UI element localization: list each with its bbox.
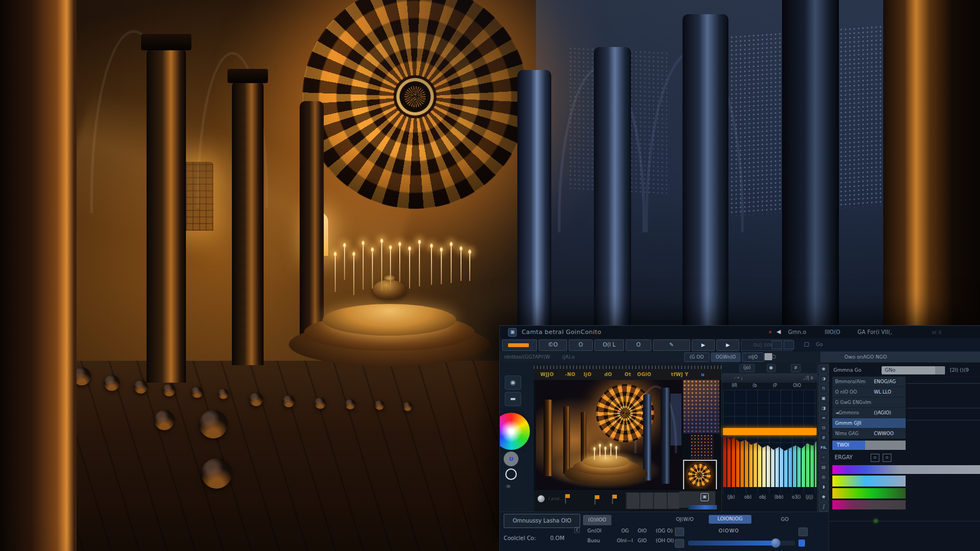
orb-thumbnail[interactable] (683, 460, 717, 491)
lut-section-label: ERGAY (835, 454, 853, 460)
tab-swatch[interactable] (765, 353, 772, 360)
camera-icon[interactable]: ◉ (505, 376, 521, 390)
menu-item[interactable]: Gmn.o (788, 329, 806, 335)
gradient-bar-magenta[interactable] (832, 500, 906, 509)
circle-icon[interactable]: ○ (772, 354, 776, 359)
timeline-strip[interactable]: l and.. ▣ (534, 489, 721, 512)
lut-option-box[interactable]: ▫ (871, 454, 879, 462)
lut-option-box[interactable]: ▫ (883, 454, 891, 462)
bottom-left-button[interactable]: Omnuussy Lasha OlO (504, 514, 580, 528)
link-icon[interactable]: ∞ (506, 483, 511, 490)
play-button[interactable]: ▶ (716, 339, 739, 351)
toolbar-button[interactable]: O (569, 339, 593, 351)
marker-flag-icon[interactable] (612, 495, 613, 504)
progress-slider[interactable]: TWOl (832, 441, 906, 450)
clip-thumbnails[interactable] (626, 493, 679, 509)
ghost-button[interactable] (784, 341, 794, 349)
view-tab[interactable]: nljO (742, 353, 764, 362)
property-row[interactable]: Bmmoro/Alm ENOG/AG (832, 377, 906, 387)
divider (907, 408, 980, 408)
mode-suffix: GO (781, 517, 789, 522)
color-fill-button[interactable] (502, 339, 537, 351)
color-wheel[interactable] (500, 413, 530, 450)
property-row[interactable]: ◄Gmmnro ()AGIO) (832, 408, 906, 418)
readout-cell: Buou (587, 538, 600, 543)
menu-item[interactable]: IIIO(O (825, 329, 841, 335)
readout-grid: Gn(Ol OG OlO (OG O) Buou Olnl—l GlO (OH … (583, 527, 679, 549)
tool-icon[interactable]: ø (819, 433, 829, 443)
bottom-mid-button[interactable]: (O)llOO (583, 515, 611, 525)
scope-mode-button[interactable]: (jo) (739, 364, 755, 372)
playhead-ball-icon[interactable] (538, 495, 545, 502)
preview-image[interactable] (536, 380, 681, 489)
ghost-button[interactable] (772, 341, 782, 349)
save-icon[interactable]: ▣ (701, 493, 709, 501)
tool-icon-strip: ◉ ◑ n ▣ ◨ ≡ ⊡ ø FIL – ▤ ◎ ◗ ◆ ∫ (817, 362, 829, 512)
preset-dropdown[interactable]: GNo (882, 366, 945, 374)
play-button[interactable]: ▶ (692, 339, 715, 351)
scope-dot-button[interactable]: ● (767, 364, 775, 372)
marker-flag-icon[interactable] (565, 494, 566, 503)
option-icon[interactable] (798, 527, 808, 536)
viewer-label-row: WJJO -NO IjO dO Ot OGlO tfWJ Y u (534, 369, 721, 380)
menu-item[interactable]: GA For(i VII(, (858, 329, 892, 335)
gradient-bar-green[interactable] (832, 488, 906, 499)
value-slider[interactable] (688, 541, 795, 546)
option-icon[interactable] (675, 527, 684, 536)
title-bar-hint: o( i( (932, 330, 942, 335)
texture-inset[interactable] (682, 380, 719, 433)
property-row[interactable]: Nlms GAG CWWOO (832, 429, 906, 439)
option-icon[interactable] (675, 539, 684, 548)
tool-icon[interactable]: ◑ (819, 374, 829, 384)
tool-icon-fil[interactable]: FIL (819, 443, 829, 453)
texture-inset-small[interactable] (691, 435, 714, 459)
property-row[interactable]: G GwG ENGvlm (832, 397, 906, 408)
tool-icon[interactable]: ◆ (819, 493, 829, 502)
view-tab[interactable]: (G OO (684, 353, 709, 362)
tool-icon[interactable]: n (819, 384, 829, 394)
tool-sidebar: ◉ ▬ ʋ ∞ (500, 362, 534, 512)
toolbar-button[interactable]: O(l L (594, 339, 624, 351)
tool-icon[interactable]: ▣ (819, 394, 829, 403)
marker-flag-icon[interactable] (594, 495, 596, 505)
view-tab-active[interactable]: OGWn)O (711, 353, 740, 362)
property-row[interactable]: O nlO OO WL LLO (832, 387, 906, 397)
tool-icon[interactable]: ≡ (819, 414, 829, 423)
tool-icon[interactable]: ◎ (819, 473, 829, 482)
tool-icon[interactable]: ▤ (819, 463, 829, 472)
scope-tick: (jb) (727, 495, 735, 500)
slider-end-box[interactable] (798, 540, 805, 547)
timeline-label: dO (604, 372, 612, 377)
tool-icon[interactable]: ◗ (819, 483, 829, 492)
c-badge: c (574, 527, 580, 533)
ring-icon[interactable] (505, 468, 517, 480)
scope-label: OlO (793, 383, 801, 388)
timeline-label: WJJO (540, 372, 554, 377)
slider-row-label: OlOWO (719, 528, 739, 534)
tool-icon[interactable]: – (819, 453, 829, 462)
frame-icon[interactable]: □ (804, 341, 809, 347)
property-row-selected[interactable]: Gmmm GJll (832, 418, 906, 429)
gradient-bar-purple[interactable] (832, 465, 980, 474)
scope-spark-text: ,:/| o (803, 376, 813, 380)
slider-handle[interactable] (771, 538, 780, 548)
panel-icon[interactable]: ▬ (505, 392, 521, 406)
gradient-bar-cyan[interactable] (832, 476, 906, 486)
tool-icon[interactable]: ◉ (819, 365, 829, 374)
viewer-pane: WJJO -NO IjO dO Ot OGlO tfWJ Y u (534, 362, 721, 512)
toolbar-button[interactable]: ©O (539, 339, 567, 351)
tool-icon[interactable]: ◨ (819, 404, 829, 413)
record-dot-icon (769, 331, 772, 333)
workspace: ◉ ▬ ʋ ∞ WJJO -NO IjO dO Ot OGlO tfWJ Y (500, 362, 980, 512)
undo-button[interactable]: ʋ (504, 452, 518, 466)
property-label: ◄Gmmnro (835, 410, 859, 415)
toolbar-button[interactable]: O (626, 339, 651, 351)
mode-strip-label[interactable]: Owo onAGO NGO (844, 354, 887, 360)
timeline-label: OGlO (637, 372, 651, 377)
tool-icon[interactable]: ∫ (819, 502, 829, 512)
active-mode-button[interactable]: LOION)OG (709, 515, 751, 524)
tool-icon[interactable]: ⊡ (819, 424, 829, 433)
back-icon[interactable]: ◀ (777, 329, 781, 335)
pencil-tool-button[interactable]: ✎ (653, 339, 690, 351)
scope-null-button[interactable]: ø (791, 364, 801, 372)
